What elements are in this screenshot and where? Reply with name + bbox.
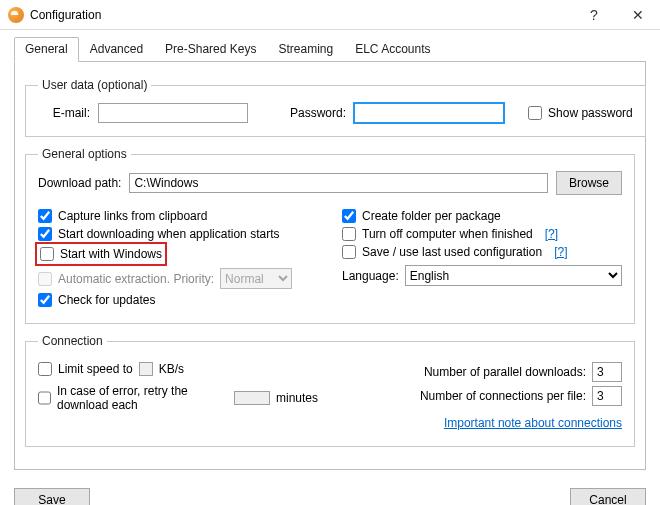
auto-extract-checkbox[interactable]: Automatic extraction. Priority: Normal (38, 268, 318, 289)
turn-off-input[interactable] (342, 227, 356, 241)
retry-minutes-field (234, 391, 270, 405)
create-folder-label: Create folder per package (362, 209, 501, 223)
start-download-input[interactable] (38, 227, 52, 241)
create-folder-input[interactable] (342, 209, 356, 223)
minutes-label: minutes (276, 391, 318, 405)
user-data-legend: User data (optional) (38, 78, 151, 92)
tab-strip: General Advanced Pre-Shared Keys Streami… (14, 36, 646, 62)
group-connection: Connection Limit speed to KB/s In case o… (25, 334, 635, 447)
tab-elc-accounts[interactable]: ELC Accounts (344, 37, 441, 62)
dialog-footer: Save Cancel (0, 480, 660, 505)
start-with-windows-highlight: Start with Windows (38, 245, 164, 263)
show-password-label: Show password (548, 106, 633, 120)
retry-checkbox[interactable]: In case of error, retry the download eac… (38, 384, 318, 412)
save-config-checkbox[interactable]: Save / use last used configuration [?] (342, 245, 622, 259)
start-download-checkbox[interactable]: Start downloading when application start… (38, 227, 318, 241)
titlebar: Configuration ? ✕ (0, 0, 660, 30)
limit-speed-field (139, 362, 153, 376)
group-general-options: General options Download path: Browse Ca… (25, 147, 635, 324)
save-config-help-link[interactable]: [?] (548, 245, 567, 259)
connection-legend: Connection (38, 334, 107, 348)
download-path-field[interactable] (129, 173, 548, 193)
retry-input[interactable] (38, 391, 51, 405)
email-label: E-mail: (38, 106, 90, 120)
priority-select: Normal (220, 268, 292, 289)
tab-streaming[interactable]: Streaming (267, 37, 344, 62)
kbps-label: KB/s (159, 362, 184, 376)
connections-per-file-field[interactable] (592, 386, 622, 406)
start-with-windows-input[interactable] (40, 247, 54, 261)
check-updates-checkbox[interactable]: Check for updates (38, 293, 318, 307)
tab-advanced[interactable]: Advanced (79, 37, 154, 62)
browse-button[interactable]: Browse (556, 171, 622, 195)
capture-links-label: Capture links from clipboard (58, 209, 207, 223)
auto-extract-input (38, 272, 52, 286)
turn-off-label: Turn off computer when finished (362, 227, 533, 241)
save-config-input[interactable] (342, 245, 356, 259)
email-field[interactable] (98, 103, 248, 123)
start-download-label: Start downloading when application start… (58, 227, 279, 241)
cancel-button[interactable]: Cancel (570, 488, 646, 505)
help-button[interactable]: ? (572, 0, 616, 30)
app-icon (8, 7, 24, 23)
close-button[interactable]: ✕ (616, 0, 660, 30)
parallel-downloads-label: Number of parallel downloads: (424, 365, 586, 379)
create-folder-checkbox[interactable]: Create folder per package (342, 209, 622, 223)
general-options-legend: General options (38, 147, 131, 161)
auto-extract-label: Automatic extraction. Priority: (58, 272, 214, 286)
capture-links-input[interactable] (38, 209, 52, 223)
tab-general[interactable]: General (14, 37, 79, 62)
tab-pre-shared-keys[interactable]: Pre-Shared Keys (154, 37, 267, 62)
capture-links-checkbox[interactable]: Capture links from clipboard (38, 209, 318, 223)
window-title: Configuration (30, 8, 101, 22)
group-user-data: User data (optional) E-mail: Password: S… (25, 78, 646, 137)
retry-label: In case of error, retry the download eac… (57, 384, 228, 412)
turn-off-checkbox[interactable]: Turn off computer when finished [?] (342, 227, 622, 241)
language-select[interactable]: English (405, 265, 622, 286)
parallel-downloads-field[interactable] (592, 362, 622, 382)
show-password-checkbox[interactable]: Show password (528, 106, 633, 120)
turn-off-help-link[interactable]: [?] (539, 227, 558, 241)
start-with-windows-checkbox[interactable]: Start with Windows (40, 247, 162, 261)
limit-speed-checkbox[interactable]: Limit speed to KB/s (38, 362, 318, 376)
password-label: Password: (290, 106, 346, 120)
limit-speed-input[interactable] (38, 362, 52, 376)
limit-speed-label: Limit speed to (58, 362, 133, 376)
check-updates-label: Check for updates (58, 293, 155, 307)
show-password-input[interactable] (528, 106, 542, 120)
language-label: Language: (342, 269, 399, 283)
password-field[interactable] (354, 103, 504, 123)
start-with-windows-label: Start with Windows (60, 247, 162, 261)
check-updates-input[interactable] (38, 293, 52, 307)
connections-note-link[interactable]: Important note about connections (444, 416, 622, 430)
save-button[interactable]: Save (14, 488, 90, 505)
download-path-label: Download path: (38, 176, 121, 190)
connections-per-file-label: Number of connections per file: (420, 389, 586, 403)
save-config-label: Save / use last used configuration (362, 245, 542, 259)
